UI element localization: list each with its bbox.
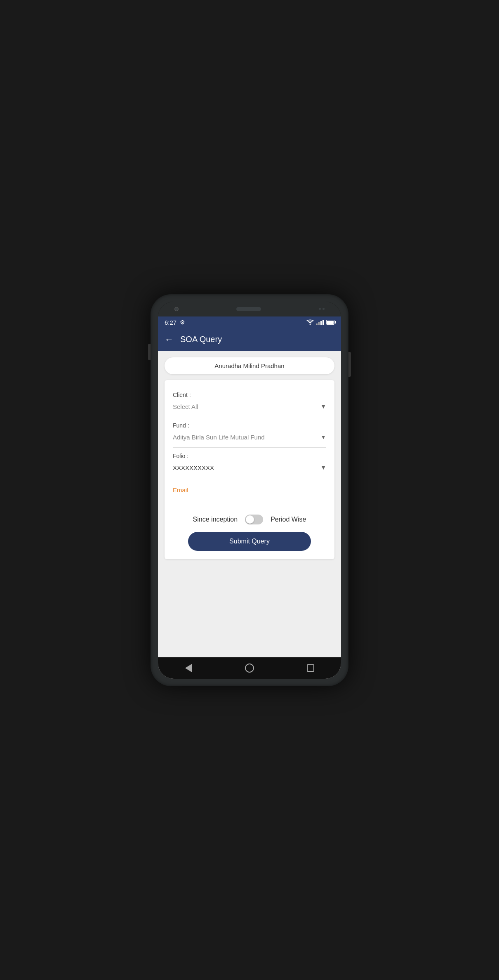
hardware-top bbox=[158, 302, 341, 316]
client-group: Client : Select All ▼ bbox=[173, 388, 326, 417]
status-time: 6:27 bbox=[165, 319, 177, 326]
period-toggle[interactable] bbox=[245, 515, 263, 524]
toggle-knob bbox=[246, 515, 254, 524]
fund-label: Fund : bbox=[173, 422, 326, 429]
main-content: Anuradha Milind Pradhan Client : Select … bbox=[158, 351, 341, 657]
bottom-nav bbox=[158, 657, 341, 679]
screen: 6:27 ⚙ bbox=[158, 316, 341, 679]
status-bar: 6:27 ⚙ bbox=[158, 316, 341, 328]
name-value: Anuradha Milind Pradhan bbox=[214, 362, 284, 369]
fund-select[interactable]: Aditya Birla Sun Life Mutual Fund ▼ bbox=[173, 432, 326, 442]
email-label[interactable]: Email bbox=[173, 483, 326, 498]
fund-group: Fund : Aditya Birla Sun Life Mutual Fund… bbox=[173, 419, 326, 448]
folio-group: Folio : XXXXXXXXXX ▼ bbox=[173, 449, 326, 478]
status-right bbox=[306, 319, 334, 325]
back-button[interactable]: ← bbox=[165, 334, 174, 345]
folio-select[interactable]: XXXXXXXXXX ▼ bbox=[173, 463, 326, 473]
signal-icon bbox=[316, 319, 324, 325]
client-label: Client : bbox=[173, 392, 326, 398]
status-left: 6:27 ⚙ bbox=[165, 319, 185, 326]
nav-recent-button[interactable] bbox=[305, 662, 316, 674]
folio-chevron-icon: ▼ bbox=[320, 464, 326, 471]
toggle-row: Since inception Period Wise bbox=[173, 509, 326, 528]
fund-select-value: Aditya Birla Sun Life Mutual Fund bbox=[173, 434, 265, 441]
nav-home-button[interactable] bbox=[244, 662, 255, 674]
form-card: Client : Select All ▼ Fund : Aditya Birl… bbox=[165, 380, 334, 559]
app-bar: ← SOA Query bbox=[158, 328, 341, 351]
since-inception-label: Since inception bbox=[193, 516, 238, 523]
nav-back-button[interactable] bbox=[183, 662, 194, 674]
folio-label: Folio : bbox=[173, 453, 326, 459]
sensor-dots bbox=[319, 308, 325, 310]
svg-point-0 bbox=[310, 324, 311, 325]
recent-nav-icon bbox=[307, 664, 314, 672]
speaker-grille bbox=[236, 307, 261, 311]
email-group: Email bbox=[173, 480, 326, 507]
client-select-value: Select All bbox=[173, 403, 198, 410]
fund-chevron-icon: ▼ bbox=[320, 434, 326, 440]
settings-icon: ⚙ bbox=[180, 319, 185, 326]
page-title: SOA Query bbox=[180, 335, 222, 344]
name-pill[interactable]: Anuradha Milind Pradhan bbox=[165, 357, 334, 374]
client-chevron-icon: ▼ bbox=[320, 403, 326, 410]
back-nav-icon bbox=[185, 664, 192, 672]
battery-icon bbox=[326, 320, 334, 325]
folio-select-value: XXXXXXXXXX bbox=[173, 464, 214, 471]
front-camera bbox=[174, 307, 179, 311]
wifi-icon bbox=[306, 319, 314, 325]
client-select[interactable]: Select All ▼ bbox=[173, 401, 326, 412]
submit-button[interactable]: Submit Query bbox=[188, 532, 311, 551]
home-nav-icon bbox=[245, 664, 254, 673]
period-wise-label: Period Wise bbox=[271, 516, 306, 523]
